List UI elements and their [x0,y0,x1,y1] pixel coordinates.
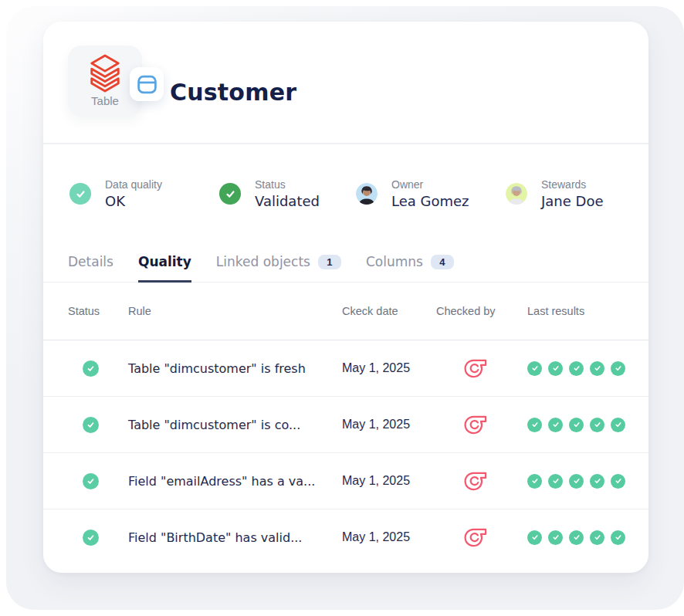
rule-name: Table "dimcustomer" is fresh [122,361,336,376]
tab-label: Quality [138,254,191,269]
result-passed-icon [569,474,584,489]
result-passed-icon [548,530,563,545]
entity-type-label: Table [91,94,119,107]
meta-value: Jane Doe [541,193,604,209]
rule-name: Table "dimcustomer" is co... [122,418,336,432]
tab-label: Columns [366,254,423,269]
result-passed-icon [527,474,542,489]
rule-name: Field "emailAdress" has a va... [122,474,336,489]
tab-linked-objects[interactable]: Linked objects 1 [216,254,341,282]
check-date: May 1, 2025 [336,530,430,544]
result-passed-icon [548,474,563,489]
tab-columns[interactable]: Columns 4 [366,254,454,282]
tab-quality[interactable]: Quality [138,254,191,282]
result-passed-icon [590,361,604,376]
count-badge: 4 [431,255,454,269]
table-row[interactable]: Field "BirthDate" has valid... May 1, 20… [43,509,648,565]
meta-value: Validated [255,193,320,209]
tab-details[interactable]: Details [68,254,113,282]
status-passed-icon [83,530,99,546]
check-circle-icon [69,183,91,205]
page-title: Customer [170,79,296,106]
meta-label: Stewards [541,178,604,191]
column-header-last-results: Last results [521,305,624,317]
result-passed-icon [569,361,584,376]
entity-card: Table Customer Data quality OK St [43,22,648,573]
result-passed-icon [548,361,563,376]
status-passed-icon [83,473,99,489]
result-passed-icon [527,361,542,376]
result-passed-icon [590,530,604,545]
result-passed-icon [527,530,542,545]
table-icon [137,74,157,95]
sifflet-logo-icon [462,469,488,492]
tab-label: Details [68,254,113,269]
result-passed-icon [611,418,625,432]
last-results [521,530,625,545]
status-passed-icon [83,360,99,377]
result-passed-icon [611,530,625,545]
tab-label: Linked objects [216,254,310,269]
result-passed-icon [527,418,542,432]
result-passed-icon [611,474,625,489]
result-passed-icon [611,361,625,376]
result-passed-icon [590,474,604,489]
meta-label: Data quality [105,178,162,191]
avatar [506,183,527,205]
check-date: May 1, 2025 [336,474,430,488]
status-passed-icon [83,417,99,433]
meta-owner: Owner Lea Gomez [356,178,506,209]
meta-label: Owner [391,178,469,191]
last-results [521,418,625,432]
result-passed-icon [569,530,584,545]
result-passed-icon [569,418,584,432]
meta-value: Lea Gomez [391,193,469,209]
tab-bar: Details Quality Linked objects 1 Columns… [43,254,648,283]
databricks-icon [87,54,123,93]
table-header-row: Status Rule Ckeck date Checked by Last r… [43,283,648,340]
sifflet-logo-icon [462,413,488,436]
meta-label: Status [255,178,320,191]
check-circle-icon [219,183,241,205]
check-date: May 1, 2025 [336,361,430,375]
table-row[interactable]: Table "dimcustomer" is co... May 1, 2025 [43,397,648,453]
sifflet-logo-icon [462,526,488,549]
meta-data-quality: Data quality OK [69,178,219,209]
check-date: May 1, 2025 [336,418,430,432]
result-passed-icon [548,418,563,432]
entity-header: Table Customer [43,22,648,144]
column-header-rule: Rule [122,305,336,317]
table-type-badge [130,67,164,101]
meta-status: Status Validated [219,178,356,209]
column-header-status: Status [68,305,122,317]
column-header-checked-by: Checked by [430,305,521,317]
avatar [356,183,378,205]
table-row[interactable]: Table "dimcustomer" is fresh May 1, 2025 [43,340,648,397]
sifflet-logo-icon [462,357,488,380]
meta-row: Data quality OK Status Validated [43,144,648,209]
count-badge: 1 [318,255,341,269]
table-row[interactable]: Field "emailAdress" has a va... May 1, 2… [43,453,648,509]
last-results [521,361,625,376]
rule-name: Field "BirthDate" has valid... [122,530,336,545]
meta-value: OK [105,193,162,209]
column-header-check-date: Ckeck date [336,305,430,317]
result-passed-icon [590,418,604,432]
last-results [521,474,625,489]
meta-stewards: Stewards Jane Doe [506,178,604,209]
